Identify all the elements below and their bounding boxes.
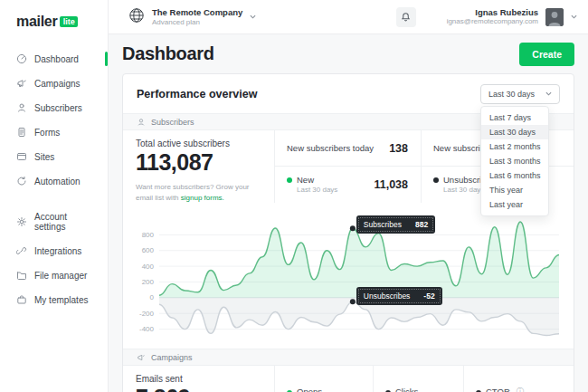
sidebar-nav-primary: Dashboard Campaigns Subscribers Forms Si… <box>0 48 108 192</box>
chart-tooltip-subscribes: Subscribes 882 <box>356 215 435 234</box>
sidebar-item-my-templates[interactable]: My templates <box>0 289 108 311</box>
period-option[interactable]: Last 6 months <box>481 168 548 183</box>
globe-icon <box>128 7 145 27</box>
person-icon <box>137 118 146 127</box>
main-content: Dashboard Create Performance overview La… <box>109 34 588 392</box>
browser-icon <box>16 151 27 162</box>
notifications-button[interactable] <box>396 7 416 27</box>
sidebar-nav-secondary: Account settings Integrations File manag… <box>0 206 108 311</box>
sidebar-item-campaigns[interactable]: Campaigns <box>0 72 108 94</box>
stat-label: CTOR <box>486 387 510 392</box>
chart-tooltip-unsubscribes: Unsubscribes -52 <box>356 287 442 305</box>
dashboard-icon <box>16 53 27 64</box>
link-icon <box>16 245 27 256</box>
workspace-name: The Remote Company <box>152 7 242 18</box>
sidebar-item-label: Integrations <box>34 246 81 256</box>
period-option-selected[interactable]: Last 30 days <box>481 125 548 139</box>
period-option[interactable]: This year <box>481 183 548 197</box>
campaigns-section-header: Campaigns <box>123 349 574 366</box>
period-option[interactable]: Last 7 days <box>481 110 548 125</box>
green-dot <box>287 177 292 183</box>
section-label: Campaigns <box>151 353 193 362</box>
workspace-selector[interactable]: The Remote Company Advanced plan <box>128 7 256 27</box>
svg-text:800: 800 <box>142 231 155 239</box>
sidebar-item-subscribers[interactable]: Subscribers <box>0 97 108 119</box>
emails-sent-label: Emails sent <box>136 374 261 384</box>
briefcase-icon <box>16 294 27 305</box>
chevron-down-icon <box>250 14 256 19</box>
svg-text:200: 200 <box>142 278 155 286</box>
topbar: The Remote Company Advanced plan Ignas R… <box>109 0 588 34</box>
sidebar-item-integrations[interactable]: Integrations <box>0 240 108 262</box>
sidebar-item-label: Campaigns <box>34 79 81 89</box>
period-dropdown-menu: Last 7 days Last 30 days Last 2 months L… <box>480 106 549 216</box>
total-subscribers-cell: Total active subscribers 113,087 Want mo… <box>123 130 274 203</box>
stat-period: Last 30 days <box>297 186 337 195</box>
emails-sent-cell: Emails sent 7,869 <box>123 366 274 392</box>
sidebar-item-forms[interactable]: Forms <box>0 121 108 143</box>
period-option[interactable]: Last 2 months <box>481 139 548 154</box>
sidebar-item-dashboard[interactable]: Dashboard <box>0 48 108 70</box>
subscribers-hint: Want more subscribers? Grow your email l… <box>136 182 261 203</box>
form-icon <box>16 127 27 138</box>
stat-value: 11,038 <box>374 178 408 191</box>
period-option[interactable]: Last 3 months <box>481 154 548 168</box>
period-option[interactable]: Last year <box>481 197 548 212</box>
refresh-icon <box>16 176 27 186</box>
logo-badge: lite <box>60 16 78 27</box>
chevron-down-icon <box>545 91 552 96</box>
clicks-cell: Clicks Last 30 days 1,422 <box>373 366 463 392</box>
emails-sent-value: 7,869 <box>136 385 261 392</box>
chevron-down-icon[interactable] <box>571 14 577 19</box>
svg-text:-200: -200 <box>139 310 155 318</box>
workspace-plan: Advanced plan <box>152 18 242 27</box>
area-chart-svg[interactable]: 8006004002000-200-400 <box>134 214 563 349</box>
stat-label: New <box>297 175 314 186</box>
subscribers-chart: 8006004002000-200-400 Subscribes 882 Uns… <box>134 214 566 349</box>
user-name: Ignas Rubezius <box>447 7 538 18</box>
create-button[interactable]: Create <box>519 43 574 66</box>
sidebar-item-file-manager[interactable]: File manager <box>0 264 108 286</box>
megaphone-icon <box>16 78 27 89</box>
avatar[interactable] <box>545 8 564 26</box>
section-label: Subscribers <box>151 118 194 127</box>
signup-forms-link[interactable]: signup forms. <box>181 194 224 202</box>
stat-value: 138 <box>389 142 408 155</box>
stat-label: Clicks <box>395 387 418 392</box>
info-icon[interactable]: ⓘ <box>517 387 524 392</box>
svg-text:-400: -400 <box>139 325 155 333</box>
folder-icon <box>16 270 27 281</box>
total-subscribers-value: 113,087 <box>136 149 261 176</box>
sidebar-item-account-settings[interactable]: Account settings <box>0 206 108 237</box>
sidebar-item-label: Sites <box>34 152 54 162</box>
new-subscribers-today-cell: New subscribers today 138 <box>274 130 421 167</box>
period-select-value: Last 30 days <box>488 90 535 99</box>
total-subscribers-label: Total active subscribers <box>136 139 261 148</box>
svg-text:600: 600 <box>142 246 155 254</box>
dark-dot <box>433 177 439 183</box>
period-select[interactable]: Last 30 days <box>480 84 560 104</box>
sidebar: mailer lite Dashboard Campaigns Subscrib… <box>0 0 109 392</box>
logo-text: mailer <box>16 14 57 30</box>
sidebar-item-label: Account settings <box>34 212 100 232</box>
page-title: Dashboard <box>122 43 214 64</box>
sidebar-item-sites[interactable]: Sites <box>0 146 108 167</box>
ctor-cell: CTORⓘ Last 30 days 33.86% <box>463 366 574 392</box>
sidebar-item-label: Automation <box>34 177 81 186</box>
sidebar-item-label: Forms <box>34 128 60 138</box>
svg-text:0: 0 <box>150 293 155 301</box>
sidebar-item-label: File manager <box>34 271 87 281</box>
performance-overview-card: Performance overview Last 30 days Last 7… <box>122 73 574 392</box>
sidebar-item-label: Subscribers <box>34 103 82 113</box>
logo[interactable]: mailer lite <box>0 0 108 30</box>
svg-text:400: 400 <box>142 263 155 271</box>
bell-icon <box>401 12 411 22</box>
user-area: Ignas Rubezius ignas@remotecompany.com <box>396 7 577 27</box>
person-icon <box>16 102 27 113</box>
sidebar-item-label: My templates <box>34 295 88 305</box>
user-email: ignas@remotecompany.com <box>447 17 538 26</box>
sidebar-item-automation[interactable]: Automation <box>0 170 108 192</box>
stat-label: Opens <box>297 387 322 392</box>
app: mailer lite Dashboard Campaigns Subscrib… <box>0 0 588 392</box>
sidebar-item-label: Dashboard <box>34 54 79 64</box>
